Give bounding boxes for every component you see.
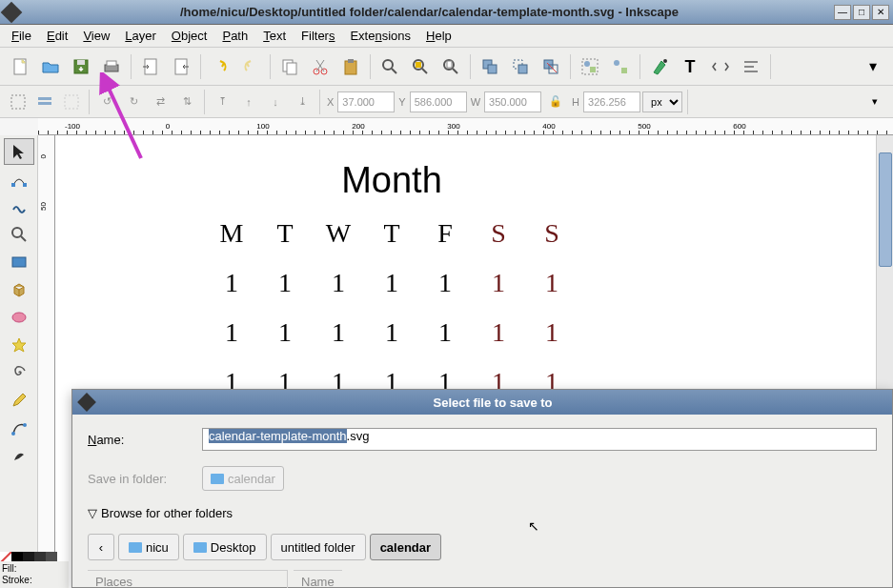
unit-select[interactable]: px: [642, 91, 682, 112]
day-header: T: [271, 218, 299, 249]
w-input[interactable]: [484, 91, 541, 112]
raise-button[interactable]: ↑: [236, 90, 261, 114]
unlink-clone-button[interactable]: [537, 52, 565, 81]
fill-stroke-button[interactable]: [645, 52, 674, 81]
select-tool[interactable]: [4, 138, 34, 165]
filename-input[interactable]: calendar-template-month.svg: [202, 428, 877, 451]
minimize-button[interactable]: —: [834, 5, 851, 20]
svg-rect-40: [23, 183, 27, 187]
browse-expander[interactable]: ▽ Browse for other folders: [88, 506, 877, 520]
path-bar: ‹ nicu Desktop untitled folder calendar …: [88, 534, 877, 560]
zoom-selection-button[interactable]: [375, 52, 404, 81]
redo-button[interactable]: [236, 52, 265, 81]
h-input[interactable]: [583, 91, 640, 112]
zoom-page-button[interactable]: [436, 52, 465, 81]
bezier-tool[interactable]: [4, 415, 34, 441]
new-button[interactable]: [6, 52, 34, 81]
text-button[interactable]: T: [676, 52, 704, 81]
lower-button[interactable]: ↓: [263, 90, 288, 114]
spiral-tool[interactable]: [4, 359, 34, 386]
close-button[interactable]: ✕: [872, 5, 889, 20]
path-segment[interactable]: Desktop: [183, 534, 267, 560]
export-button[interactable]: [167, 52, 195, 81]
select-all-layers-button[interactable]: [32, 90, 57, 114]
calligraphy-tool[interactable]: [4, 442, 34, 469]
group-button[interactable]: [576, 52, 604, 81]
scrollbar-thumb[interactable]: [879, 152, 892, 267]
menu-filters[interactable]: Filters: [294, 27, 342, 45]
ungroup-button[interactable]: [606, 52, 635, 81]
calendar-content: Month M T W T F S S 1 1 1 1 1 1 1 1 1: [217, 160, 566, 416]
svg-point-43: [12, 313, 26, 322]
pencil-tool[interactable]: [4, 387, 34, 414]
window-title: /home/nicu/Desktop/untitled folder/calen…: [25, 5, 834, 19]
open-button[interactable]: [36, 52, 65, 81]
node-tool[interactable]: [4, 166, 34, 193]
menu-file[interactable]: File: [4, 27, 39, 45]
3dbox-tool[interactable]: [4, 276, 34, 303]
svg-rect-42: [12, 257, 26, 267]
rect-tool[interactable]: [4, 249, 34, 275]
path-segment[interactable]: nicu: [118, 534, 179, 560]
places-column-header[interactable]: Places: [88, 570, 288, 588]
menu-edit[interactable]: Edit: [39, 27, 75, 45]
menu-view[interactable]: View: [75, 27, 117, 45]
window-controls: — □ ✕: [834, 5, 889, 20]
align-button[interactable]: [737, 52, 765, 81]
path-segment[interactable]: untitled folder: [271, 534, 366, 560]
flip-h-button[interactable]: ⇄: [148, 90, 173, 114]
svg-rect-20: [488, 65, 497, 73]
xml-editor-button[interactable]: [706, 52, 735, 81]
flip-v-button[interactable]: ⇅: [174, 90, 199, 114]
clone-button[interactable]: [506, 52, 535, 81]
menu-help[interactable]: Help: [418, 27, 459, 45]
y-label: Y: [398, 96, 405, 108]
menu-path[interactable]: Path: [214, 27, 255, 45]
import-button[interactable]: [136, 52, 165, 81]
copy-button[interactable]: [275, 52, 304, 81]
lock-ratio-button[interactable]: 🔓: [543, 90, 568, 114]
raise-top-button[interactable]: ⤒: [210, 90, 234, 114]
folder-icon: [211, 474, 224, 484]
calendar-row: 1 1 1 1 1 1 1: [217, 317, 566, 348]
separator: [270, 54, 271, 79]
save-button[interactable]: [67, 52, 95, 81]
path-segment-current[interactable]: calendar: [370, 534, 441, 560]
duplicate-button[interactable]: [476, 52, 504, 81]
ellipse-tool[interactable]: [4, 304, 34, 331]
tweak-tool[interactable]: [4, 193, 34, 220]
print-button[interactable]: [97, 52, 126, 81]
menu-object[interactable]: Object: [164, 27, 215, 45]
folder-row: Save in folder: calendar: [88, 466, 877, 491]
day-cell: 1: [271, 268, 299, 298]
toolbar2-overflow-button[interactable]: ▾: [863, 90, 887, 114]
lower-bottom-button[interactable]: ⤓: [290, 90, 315, 114]
deselect-button[interactable]: [59, 90, 84, 114]
star-tool[interactable]: [4, 332, 34, 358]
menu-text[interactable]: Text: [255, 27, 294, 45]
svg-point-45: [23, 423, 27, 427]
svg-rect-38: [65, 95, 78, 109]
day-header-weekend: S: [538, 218, 566, 249]
menu-layer[interactable]: Layer: [117, 27, 164, 45]
zoom-drawing-button[interactable]: [406, 52, 435, 81]
select-all-button[interactable]: [6, 90, 30, 114]
maximize-button[interactable]: □: [853, 5, 870, 20]
undo-button[interactable]: [206, 52, 234, 81]
x-input[interactable]: [337, 91, 395, 112]
browse-label: Browse for other folders: [101, 506, 233, 520]
path-back-button[interactable]: ‹: [88, 534, 114, 560]
name-column-header[interactable]: Name: [294, 570, 342, 588]
rotate-ccw-button[interactable]: ↺: [94, 90, 119, 114]
menu-extensions[interactable]: Extensions: [342, 27, 418, 45]
y-input[interactable]: [410, 91, 467, 112]
zoom-tool[interactable]: [4, 221, 34, 248]
separator: [131, 54, 132, 79]
toolbar-overflow-button[interactable]: ▾: [859, 52, 887, 81]
svg-point-26: [584, 61, 590, 67]
svg-rect-34: [744, 71, 758, 72]
paste-button[interactable]: [336, 52, 365, 81]
svg-rect-37: [38, 102, 51, 105]
rotate-cw-button[interactable]: ↻: [121, 90, 146, 114]
cut-button[interactable]: [306, 52, 335, 81]
